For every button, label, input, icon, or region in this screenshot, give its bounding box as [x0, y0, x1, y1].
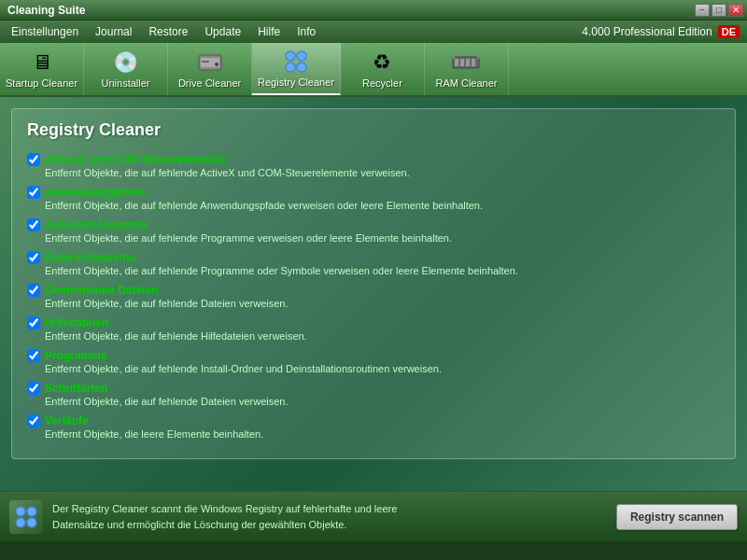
- option-checkbox-datei[interactable]: [27, 251, 40, 264]
- section-title: Registry Cleaner: [27, 120, 720, 140]
- svg-rect-3: [202, 61, 209, 63]
- language-badge[interactable]: DE: [718, 25, 740, 38]
- svg-point-7: [297, 63, 306, 72]
- registry-panel: Registry Cleaner ActiveX und COM-Steuere…: [11, 108, 736, 459]
- svg-point-16: [27, 507, 36, 516]
- recycler-label: Recycler: [362, 77, 402, 89]
- uninstaller-icon: 💿: [111, 49, 141, 76]
- option-row-activex: ActiveX und COM-Steuerelemente: [27, 153, 720, 166]
- status-line1: Der Registry Cleaner scannt die Windows …: [52, 501, 607, 517]
- option-desc-datei: Entfernt Objekte, die auf fehlende Progr…: [27, 265, 720, 276]
- option-checkbox-activex[interactable]: [27, 153, 40, 166]
- option-row-autostart: Autostart-Elemente: [27, 218, 720, 231]
- svg-point-15: [16, 507, 25, 516]
- option-desc-anwendungspfade: Entfernt Objekte, die auf fehlende Anwen…: [27, 200, 720, 211]
- option-name-autostart[interactable]: Autostart-Elemente: [45, 218, 148, 231]
- menu-restore[interactable]: Restore: [141, 23, 195, 40]
- svg-rect-11: [466, 59, 470, 66]
- toolbar-uninstaller[interactable]: 💿 Uninstaller: [84, 43, 168, 95]
- menu-journal[interactable]: Journal: [88, 23, 139, 40]
- recycler-icon: ♻: [367, 49, 397, 76]
- option-name-gemeinsame[interactable]: Gemeinsame Dateien: [45, 284, 158, 297]
- ram-label: RAM Cleaner: [435, 77, 497, 89]
- option-desc-hilfedateien: Entfernt Objekte, die auf fehlende Hilfe…: [27, 330, 720, 342]
- option-desc-gemeinsame: Entfernt Objekte, die auf fehlende Datei…: [27, 298, 720, 309]
- option-name-programme[interactable]: Programme: [45, 349, 107, 362]
- registry-label: Registry Cleaner: [258, 77, 334, 88]
- menu-hilfe[interactable]: Hilfe: [250, 23, 288, 40]
- minimize-button[interactable]: −: [695, 4, 710, 17]
- option-desc-schriftarten: Entfernt Objekte, die auf fehlende Datei…: [27, 396, 720, 407]
- svg-rect-14: [477, 55, 479, 59]
- option-group-autostart: Autostart-ElementeEntfernt Objekte, die …: [27, 218, 720, 244]
- option-name-verlaufe[interactable]: Verläufe: [45, 414, 89, 427]
- svg-point-17: [16, 518, 25, 527]
- option-group-gemeinsame: Gemeinsame DateienEntfernt Objekte, die …: [27, 284, 720, 309]
- toolbar-registry[interactable]: Registry Cleaner: [252, 43, 341, 95]
- menu-einstellungen[interactable]: Einstellungen: [4, 23, 86, 40]
- option-checkbox-gemeinsame[interactable]: [27, 284, 40, 297]
- option-row-schriftarten: Schriftarten: [27, 382, 720, 395]
- svg-rect-13: [453, 55, 455, 59]
- option-name-schriftarten[interactable]: Schriftarten: [45, 382, 107, 395]
- statusbar: Der Registry Cleaner scannt die Windows …: [0, 491, 747, 541]
- window-controls: − □ ✕: [695, 4, 743, 17]
- svg-point-18: [27, 518, 36, 527]
- option-checkbox-verlaufe[interactable]: [27, 414, 40, 427]
- option-group-schriftarten: SchriftartenEntfernt Objekte, die auf fe…: [27, 382, 720, 407]
- version-info: 4.000 Professional Edition DE: [582, 25, 743, 38]
- option-checkbox-programme[interactable]: [27, 349, 40, 362]
- option-checkbox-anwendungspfade[interactable]: [27, 186, 40, 199]
- startup-icon: 🖥: [27, 49, 57, 76]
- option-checkbox-autostart[interactable]: [27, 218, 40, 231]
- option-group-datei: Datei-ExtensionsEntfernt Objekte, die au…: [27, 251, 720, 276]
- window-title: Cleaning Suite: [4, 4, 85, 17]
- option-name-activex[interactable]: ActiveX und COM-Steuerelemente: [45, 153, 226, 166]
- option-group-programme: ProgrammeEntfernt Objekte, die auf fehle…: [27, 349, 720, 374]
- option-row-programme: Programme: [27, 349, 720, 362]
- toolbar-drive[interactable]: Drive Cleaner: [168, 43, 252, 95]
- svg-point-5: [297, 51, 306, 61]
- option-row-hilfedateien: Hilfedateien: [27, 316, 720, 329]
- option-group-hilfedateien: HilfedateienEntfernt Objekte, die auf fe…: [27, 316, 720, 342]
- option-row-anwendungspfade: Anwendungspfade: [27, 186, 720, 199]
- option-group-anwendungspfade: AnwendungspfadeEntfernt Objekte, die auf…: [27, 186, 720, 211]
- option-name-datei[interactable]: Datei-Extensions: [45, 251, 135, 264]
- close-button[interactable]: ✕: [728, 4, 743, 17]
- svg-rect-12: [472, 59, 475, 66]
- scan-button[interactable]: Registry scannen: [616, 504, 738, 530]
- toolbar-ram[interactable]: RAM Cleaner: [425, 43, 509, 95]
- version-text: 4.000 Professional Edition: [582, 25, 712, 38]
- menu-info[interactable]: Info: [289, 23, 323, 40]
- option-desc-autostart: Entfernt Objekte, die auf fehlende Progr…: [27, 232, 720, 244]
- svg-point-6: [286, 63, 295, 72]
- menu-update[interactable]: Update: [197, 23, 248, 40]
- toolbar-recycler[interactable]: ♻ Recycler: [341, 43, 425, 95]
- maximize-button[interactable]: □: [712, 4, 726, 17]
- option-row-gemeinsame: Gemeinsame Dateien: [27, 284, 720, 297]
- svg-point-2: [215, 63, 218, 66]
- option-desc-verlaufe: Entfernt Objekte, die leere Elemente bei…: [27, 428, 720, 440]
- option-row-datei: Datei-Extensions: [27, 251, 720, 264]
- option-name-hilfedateien[interactable]: Hilfedateien: [45, 316, 108, 329]
- status-line2: Datensätze und ermöglicht die Löschung d…: [52, 517, 607, 533]
- option-desc-programme: Entfernt Objekte, die auf fehlende Insta…: [27, 363, 720, 374]
- main-content: Registry Cleaner ActiveX und COM-Steuere…: [0, 97, 747, 491]
- option-group-verlaufe: VerläufeEntfernt Objekte, die leere Elem…: [27, 414, 720, 440]
- drive-icon: [195, 49, 225, 76]
- option-name-anwendungspfade[interactable]: Anwendungspfade: [45, 186, 145, 199]
- options-list: ActiveX und COM-SteuerelementeEntfernt O…: [27, 153, 720, 440]
- toolbar: 🖥 Startup Cleaner 💿 Uninstaller Drive Cl…: [0, 43, 747, 97]
- menu-items: Einstellungen Journal Restore Update Hil…: [4, 23, 323, 40]
- uninstaller-label: Uninstaller: [102, 77, 150, 89]
- registry-icon: [281, 49, 311, 75]
- startup-label: Startup Cleaner: [6, 77, 78, 89]
- option-group-activex: ActiveX und COM-SteuerelementeEntfernt O…: [27, 153, 720, 178]
- toolbar-startup[interactable]: 🖥 Startup Cleaner: [0, 43, 84, 95]
- svg-rect-9: [455, 59, 458, 66]
- option-checkbox-schriftarten[interactable]: [27, 382, 40, 395]
- option-row-verlaufe: Verläufe: [27, 414, 720, 427]
- drive-label: Drive Cleaner: [178, 77, 241, 89]
- status-icon: [9, 500, 43, 534]
- option-checkbox-hilfedateien[interactable]: [27, 316, 40, 329]
